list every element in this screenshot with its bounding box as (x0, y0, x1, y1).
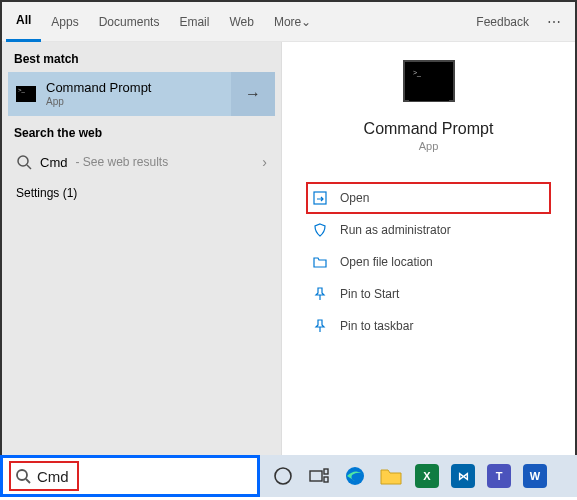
svg-rect-10 (324, 477, 328, 482)
best-match-title: Command Prompt (46, 81, 151, 96)
expand-arrow-icon[interactable]: → (231, 72, 275, 116)
open-icon (312, 190, 328, 206)
action-run-admin[interactable]: Run as administrator (306, 214, 551, 246)
svg-rect-4 (314, 192, 326, 204)
shield-icon (312, 222, 328, 238)
folder-icon (312, 254, 328, 270)
svg-rect-9 (324, 469, 328, 474)
category-tabs: All Apps Documents Email Web More ⌄ Feed… (2, 2, 575, 42)
web-result-item[interactable]: Cmd - See web results › (2, 146, 281, 178)
action-open-location-label: Open file location (340, 255, 433, 269)
preview-subtitle: App (419, 140, 439, 152)
tab-email[interactable]: Email (169, 2, 219, 42)
search-web-label: Search the web (2, 116, 281, 146)
command-prompt-preview-icon: >_ (403, 60, 455, 102)
best-match-subtitle: App (46, 96, 151, 108)
tab-all[interactable]: All (6, 2, 41, 42)
action-pin-start-label: Pin to Start (340, 287, 399, 301)
search-icon (16, 154, 32, 170)
excel-icon[interactable]: X (410, 459, 444, 493)
action-pin-taskbar[interactable]: Pin to taskbar (306, 310, 551, 342)
chevron-right-icon: › (262, 154, 267, 170)
tab-documents[interactable]: Documents (89, 2, 170, 42)
best-match-label: Best match (2, 42, 281, 72)
action-open-location[interactable]: Open file location (306, 246, 551, 278)
pin-start-icon (312, 286, 328, 302)
web-result-subtext: - See web results (75, 155, 168, 169)
action-run-admin-label: Run as administrator (340, 223, 451, 237)
action-pin-start[interactable]: Pin to Start (306, 278, 551, 310)
edge-icon[interactable] (338, 459, 372, 493)
svg-rect-8 (310, 471, 322, 481)
panel-body: Best match Command Prompt App → Search t… (2, 42, 575, 455)
feedback-link[interactable]: Feedback (468, 15, 537, 29)
tab-web[interactable]: Web (219, 2, 263, 42)
svg-line-1 (27, 165, 31, 169)
preview-pane: >_ Command Prompt App Open Run as admini… (282, 42, 575, 455)
web-result-text: Cmd (40, 155, 67, 170)
svg-point-0 (18, 156, 28, 166)
teams-icon[interactable]: T (482, 459, 516, 493)
task-view-icon[interactable] (302, 459, 336, 493)
taskbar: X ⋈ T W (260, 455, 577, 497)
search-icon (15, 468, 31, 484)
action-pin-taskbar-label: Pin to taskbar (340, 319, 413, 333)
search-input-value: Cmd (37, 468, 69, 485)
action-open[interactable]: Open (306, 182, 551, 214)
command-prompt-icon (16, 86, 36, 102)
tab-apps[interactable]: Apps (41, 2, 88, 42)
results-list: Best match Command Prompt App → Search t… (2, 42, 282, 455)
action-open-label: Open (340, 191, 369, 205)
pin-taskbar-icon (312, 318, 328, 334)
svg-line-6 (26, 479, 30, 483)
preview-title: Command Prompt (364, 120, 494, 138)
best-match-item[interactable]: Command Prompt App → (8, 72, 275, 116)
svg-point-7 (275, 468, 291, 484)
settings-result[interactable]: Settings (1) (2, 178, 281, 208)
windows-search-panel: All Apps Documents Email Web More ⌄ Feed… (0, 0, 577, 455)
more-options-icon[interactable]: ⋯ (537, 14, 571, 30)
svg-text:>_: >_ (413, 69, 421, 77)
tab-more[interactable]: More ⌄ (264, 2, 321, 42)
cortana-icon[interactable] (266, 459, 300, 493)
vscode-icon[interactable]: ⋈ (446, 459, 480, 493)
taskbar-search-box[interactable]: Cmd (0, 455, 260, 497)
svg-point-5 (17, 470, 27, 480)
action-list: Open Run as administrator Open file loca… (282, 152, 575, 342)
chevron-down-icon: ⌄ (301, 15, 311, 29)
file-explorer-icon[interactable] (374, 459, 408, 493)
word-icon[interactable]: W (518, 459, 552, 493)
